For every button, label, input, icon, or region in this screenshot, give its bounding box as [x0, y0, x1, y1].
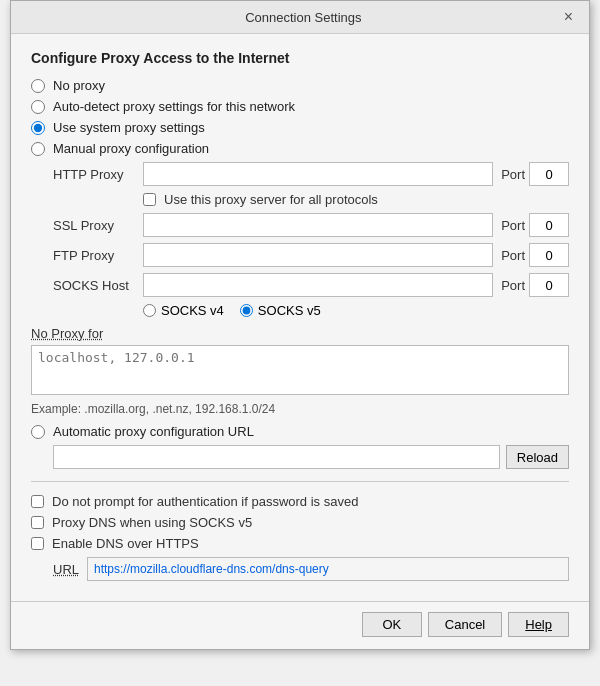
- auto-proxy-option[interactable]: Automatic proxy configuration URL: [31, 424, 254, 439]
- system-proxy-radio[interactable]: [31, 121, 45, 135]
- title-bar: Connection Settings ×: [11, 1, 589, 34]
- socks-v5-option[interactable]: SOCKS v5: [240, 303, 321, 318]
- no-proxy-radio[interactable]: [31, 79, 45, 93]
- use-for-all-label: Use this proxy server for all protocols: [164, 192, 378, 207]
- http-port-label: Port: [501, 167, 525, 182]
- ok-button[interactable]: OK: [362, 612, 422, 637]
- auto-detect-option[interactable]: Auto-detect proxy settings for this netw…: [31, 99, 569, 114]
- no-proxy-example: Example: .mozilla.org, .net.nz, 192.168.…: [31, 402, 569, 416]
- proxy-dns-row: Proxy DNS when using SOCKS v5: [31, 515, 569, 530]
- auto-detect-label: Auto-detect proxy settings for this netw…: [53, 99, 295, 114]
- manual-proxy-label: Manual proxy configuration: [53, 141, 209, 156]
- socks-v5-radio[interactable]: [240, 304, 253, 317]
- system-proxy-label: Use system proxy settings: [53, 120, 205, 135]
- http-proxy-row: HTTP Proxy Port: [53, 162, 569, 186]
- dialog-footer: OK Cancel Help: [11, 601, 589, 649]
- manual-proxy-section: HTTP Proxy Port Use this proxy server fo…: [53, 162, 569, 318]
- no-auth-prompt-checkbox[interactable]: [31, 495, 44, 508]
- proxy-dns-label: Proxy DNS when using SOCKS v5: [52, 515, 252, 530]
- enable-dns-https-label: Enable DNS over HTTPS: [52, 536, 199, 551]
- http-proxy-label: HTTP Proxy: [53, 167, 143, 182]
- ssl-proxy-label: SSL Proxy: [53, 218, 143, 233]
- system-proxy-option[interactable]: Use system proxy settings: [31, 120, 569, 135]
- separator: [31, 481, 569, 482]
- socks-host-row: SOCKS Host Port: [53, 273, 569, 297]
- socks-v5-label: SOCKS v5: [258, 303, 321, 318]
- bottom-checkboxes: Do not prompt for authentication if pass…: [31, 494, 569, 581]
- socks-host-input[interactable]: [143, 273, 493, 297]
- enable-dns-https-checkbox[interactable]: [31, 537, 44, 550]
- socks-version-row: SOCKS v4 SOCKS v5: [143, 303, 569, 318]
- socks-port-input[interactable]: [529, 273, 569, 297]
- close-button[interactable]: ×: [560, 9, 577, 25]
- ssl-port-label: Port: [501, 218, 525, 233]
- socks-v4-label: SOCKS v4: [161, 303, 224, 318]
- socks-v4-radio[interactable]: [143, 304, 156, 317]
- cancel-button[interactable]: Cancel: [428, 612, 502, 637]
- auto-proxy-option-row: Automatic proxy configuration URL: [31, 424, 569, 439]
- use-for-all-row: Use this proxy server for all protocols: [143, 192, 569, 207]
- ssl-proxy-row: SSL Proxy Port: [53, 213, 569, 237]
- auto-proxy-label: Automatic proxy configuration URL: [53, 424, 254, 439]
- auto-detect-radio[interactable]: [31, 100, 45, 114]
- http-port-input[interactable]: [529, 162, 569, 186]
- main-content: Configure Proxy Access to the Internet N…: [11, 34, 589, 601]
- no-proxy-for-label: No Proxy for: [31, 326, 569, 341]
- no-proxy-label: No proxy: [53, 78, 105, 93]
- ssl-port-input[interactable]: [529, 213, 569, 237]
- help-button[interactable]: Help: [508, 612, 569, 637]
- http-proxy-input[interactable]: [143, 162, 493, 186]
- ssl-proxy-input[interactable]: [143, 213, 493, 237]
- enable-dns-https-row: Enable DNS over HTTPS: [31, 536, 569, 551]
- socks-port-label: Port: [501, 278, 525, 293]
- ftp-proxy-row: FTP Proxy Port: [53, 243, 569, 267]
- connection-settings-dialog: Connection Settings × Configure Proxy Ac…: [10, 0, 590, 650]
- socks-host-label: SOCKS Host: [53, 278, 143, 293]
- no-proxy-option[interactable]: No proxy: [31, 78, 569, 93]
- auto-proxy-url-input[interactable]: [53, 445, 500, 469]
- proxy-radio-group: No proxy Auto-detect proxy settings for …: [31, 78, 569, 156]
- dns-url-input[interactable]: [87, 557, 569, 581]
- manual-proxy-radio[interactable]: [31, 142, 45, 156]
- manual-proxy-option[interactable]: Manual proxy configuration: [31, 141, 569, 156]
- no-proxy-section: No Proxy for Example: .mozilla.org, .net…: [31, 326, 569, 416]
- auto-proxy-url-row: Reload: [53, 445, 569, 469]
- ftp-port-input[interactable]: [529, 243, 569, 267]
- dns-url-row: URL: [53, 557, 569, 581]
- ftp-proxy-label: FTP Proxy: [53, 248, 143, 263]
- reload-button[interactable]: Reload: [506, 445, 569, 469]
- section-title: Configure Proxy Access to the Internet: [31, 50, 569, 66]
- use-for-all-checkbox[interactable]: [143, 193, 156, 206]
- auto-proxy-section: Automatic proxy configuration URL Reload: [31, 424, 569, 469]
- dialog-title: Connection Settings: [47, 10, 560, 25]
- dns-url-label: URL: [53, 562, 79, 577]
- ftp-port-label: Port: [501, 248, 525, 263]
- no-proxy-textarea[interactable]: [31, 345, 569, 395]
- no-auth-prompt-row: Do not prompt for authentication if pass…: [31, 494, 569, 509]
- ftp-proxy-input[interactable]: [143, 243, 493, 267]
- no-auth-prompt-label: Do not prompt for authentication if pass…: [52, 494, 358, 509]
- socks-v4-option[interactable]: SOCKS v4: [143, 303, 224, 318]
- proxy-dns-checkbox[interactable]: [31, 516, 44, 529]
- auto-proxy-radio[interactable]: [31, 425, 45, 439]
